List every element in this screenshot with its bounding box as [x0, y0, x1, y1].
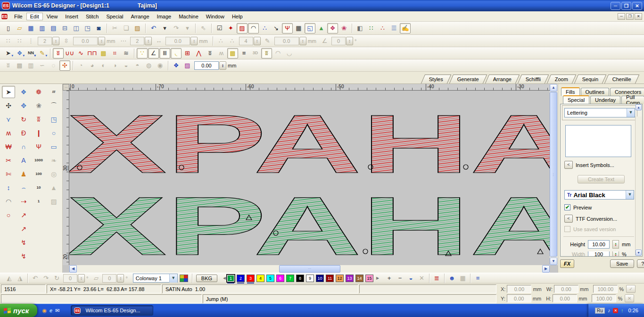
weld-button[interactable]: ◔ — [75, 60, 86, 71]
auto-underlay-2-button[interactable]: ▩ — [14, 60, 25, 71]
column-c-tool-button[interactable]: ʬ — [32, 113, 45, 125]
drop-shadow-tool-button[interactable]: Ð — [17, 127, 30, 139]
color-12-swatch[interactable]: 12 — [336, 275, 344, 282]
satin-sample-button[interactable]: ✦ — [225, 23, 236, 33]
wave-fill-button[interactable]: ≋ — [121, 48, 132, 58]
menu-view[interactable]: View — [43, 13, 62, 20]
rows-count-stepper-icon[interactable]: ▲▼ — [52, 37, 59, 45]
pen-tool-button[interactable]: ✎▾ — [37, 48, 48, 58]
lettering-tool-button[interactable]: NN▾ — [25, 48, 36, 58]
shrub-tool-button[interactable]: ❧ — [47, 154, 60, 167]
menu-image[interactable]: Image — [153, 13, 175, 20]
layout-grid-1-button[interactable]: ∷ — [3, 36, 14, 46]
chevron-down-icon[interactable]: ▼ — [626, 191, 634, 199]
exclude-button[interactable]: ◑ — [109, 60, 120, 71]
horizontal-scrollbar[interactable]: ◀ ⋯ ▶ — [69, 265, 550, 273]
docker-tab-generate[interactable]: Generate — [449, 75, 487, 83]
motif-run-button[interactable]: ∵ — [137, 48, 148, 58]
scroll-right-button[interactable]: ▶ — [542, 265, 550, 273]
print-button[interactable]: ⊟ — [59, 23, 70, 33]
palette-scroll-left-icon[interactable]: ◀ — [222, 275, 227, 282]
tatami-fill-button[interactable]: ▩ — [98, 48, 109, 58]
layout-grid-2-button[interactable]: ∷ — [14, 36, 25, 46]
run-stitch-button[interactable]: ⊓⊓ — [87, 48, 98, 58]
design-canvas[interactable]: ХРАНА ХРАНА — [69, 91, 550, 265]
tab-pull-comp[interactable]: Pull Comp — [621, 96, 644, 104]
insert-symbols-label[interactable]: Insert Symbols... — [576, 162, 614, 168]
color-6-swatch[interactable]: 6 — [276, 275, 284, 282]
vertical-scrollbar[interactable]: ▲ ⋮ ▼ — [550, 84, 558, 265]
fan-tool-tool-button[interactable]: ◠ — [2, 195, 15, 208]
color-3-swatch[interactable]: 3 — [247, 275, 255, 282]
m-stitch-button[interactable]: ʍ — [216, 48, 227, 58]
skew-angle-value[interactable]: 0 — [102, 274, 116, 283]
tab-underlay[interactable]: Underlay — [590, 96, 620, 104]
machine-connection-button[interactable]: ◙ — [93, 23, 104, 33]
rotate-ccw-button[interactable]: ↶ — [30, 273, 41, 284]
embroidery-lettering-row1[interactable]: ХРАНА — [69, 98, 550, 190]
lettering-tool-button[interactable]: A — [17, 154, 30, 167]
reshape-tool-button[interactable]: ❖▾ — [14, 48, 25, 58]
split-object-button[interactable]: ◉ — [155, 60, 165, 71]
lattice-fill-button[interactable]: ⊞ — [182, 48, 193, 58]
skew-angle-stepper-icon[interactable]: ▲▼ — [117, 274, 124, 283]
row-spacing-button[interactable]: ⇳ — [61, 36, 72, 46]
docker-tab-schiffli[interactable]: Schiffli — [517, 75, 549, 83]
columns-count-spinner[interactable]: 2▲▼ — [130, 37, 152, 45]
mirror-rotate-tool-button[interactable]: ↻ — [17, 113, 30, 125]
color-blending-button[interactable]: ✣ — [59, 60, 70, 71]
scroll-up-button[interactable]: ▲ — [550, 84, 557, 92]
redo-button[interactable]: ↷ — [171, 23, 182, 33]
height-input[interactable]: 10.00 — [588, 240, 610, 249]
applique-tool-button[interactable]: ∩ — [17, 141, 30, 153]
volume-icon[interactable]: ♪ — [608, 308, 611, 313]
match-color-button[interactable]: ✕ — [416, 273, 427, 284]
menu-machine[interactable]: Machine — [175, 13, 202, 20]
docker-tab-zoom[interactable]: Zoom — [547, 75, 577, 83]
stagger-count-stepper-icon[interactable]: ▲▼ — [254, 37, 261, 45]
color-dots-button[interactable]: ∴ — [377, 23, 388, 33]
menu-arrange[interactable]: Arrange — [127, 13, 153, 20]
stitch-divide-tool-button[interactable]: ₩ — [2, 141, 15, 153]
save-colorway-button[interactable]: ▦ — [457, 273, 468, 284]
design-notes-button[interactable]: ✍ — [400, 23, 411, 33]
rotate-free-button[interactable]: ↻ — [51, 273, 62, 284]
stitch-angles-button[interactable]: ∠ — [148, 48, 159, 58]
zigzag-stitch-button[interactable]: ∿ — [75, 48, 86, 58]
offset-value-value[interactable]: 0.0 — [274, 37, 299, 45]
column-spacing-value-spinner[interactable]: 0.0▲▼mm — [165, 37, 209, 45]
column-spacing-value-stepper-icon[interactable]: ▲▼ — [190, 37, 198, 45]
zigzag-arrow-1-tool-button[interactable]: ↯ — [17, 236, 30, 249]
undo-button[interactable]: ↶ — [148, 23, 159, 33]
single-run-tool-button[interactable]: Ψ — [32, 141, 45, 153]
width-percent-field[interactable]: 100.00 — [593, 285, 618, 293]
add-color-button[interactable]: + — [384, 273, 395, 284]
show-needle-points-button[interactable]: ∴ — [259, 23, 270, 33]
columns-button[interactable]: ⋯ — [118, 36, 129, 46]
texture-tool-button[interactable]: ▨ — [47, 195, 60, 208]
scroll-left-button[interactable]: ◀ — [69, 265, 77, 273]
show-hoop-button[interactable]: ◱ — [305, 23, 315, 33]
remove-stitches-tool-button[interactable]: ✂ — [2, 154, 15, 167]
needle-penetration-button[interactable]: Ψ — [282, 23, 293, 33]
mirror-vertical-button[interactable]: ◮ — [15, 273, 25, 284]
offset-button[interactable]: ✎ — [262, 36, 273, 46]
reshape-object-tool-button[interactable]: ❖ — [17, 86, 30, 98]
columns-count-stepper-icon[interactable]: ▲▼ — [145, 37, 152, 45]
reshape-arc-tool-button[interactable]: ⌢ — [17, 182, 30, 194]
reshape-fill-tool-button[interactable]: ✥ — [17, 100, 30, 112]
subtract-button[interactable]: ◐ — [98, 60, 109, 71]
buddies-tool-button[interactable]: ♟ — [17, 168, 30, 180]
help-button[interactable]: ? — [637, 259, 644, 268]
stagger-2-button[interactable]: ∴ — [227, 36, 238, 46]
color-2-swatch[interactable]: 2 — [237, 275, 245, 282]
angle-value-spinner[interactable]: 0▲▼° — [331, 37, 358, 45]
show-stitches-button[interactable]: ▨ — [237, 23, 248, 33]
sequin-palette-button[interactable]: ☰ — [388, 23, 399, 33]
color-13-swatch[interactable]: 13 — [346, 275, 354, 282]
stagger-count-spinner[interactable]: 4▲▼ — [239, 37, 261, 45]
undo-dropdown-button[interactable]: ▾ — [159, 23, 170, 33]
docker-tab-chenille[interactable]: Chenille — [604, 75, 639, 83]
save-button[interactable]: ▦ — [25, 23, 36, 33]
create-text-button[interactable]: Create Text — [578, 175, 625, 184]
